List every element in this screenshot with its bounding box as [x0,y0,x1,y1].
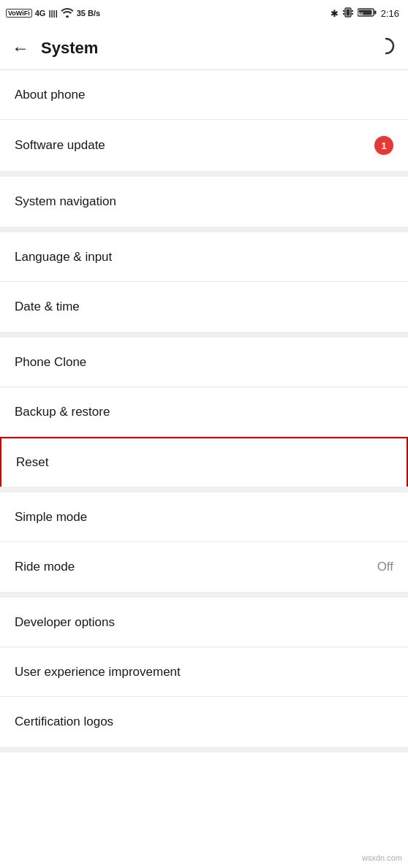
settings-item-backup-restore[interactable]: Backup & restore [0,387,408,437]
section-section-4: Phone CloneBackup & restoreReset [0,338,408,492]
status-right: ✱ 92 2:16 [330,7,399,20]
section-section-3: Language & inputDate & time [0,232,408,338]
settings-item-about-phone[interactable]: About phone [0,70,408,120]
app-bar: ← System [0,26,408,70]
settings-label-ride-mode: Ride mode [15,560,75,574]
settings-label-phone-clone: Phone Clone [15,355,86,370]
settings-item-simple-mode[interactable]: Simple mode [0,492,408,542]
settings-item-developer-options[interactable]: Developer options [0,598,408,647]
settings-label-date-time: Date & time [15,300,80,314]
settings-label-user-experience: User experience improvement [15,665,181,679]
section-section-1: About phoneSoftware update1 [0,70,408,177]
wifi-icon [61,7,74,19]
settings-item-certification-logos[interactable]: Certification logos [0,697,408,747]
svg-rect-6 [352,13,353,15]
settings-item-user-experience[interactable]: User experience improvement [0,647,408,697]
section-section-5: Simple modeRide modeOff [0,492,408,598]
svg-rect-2 [346,9,350,15]
settings-label-certification-logos: Certification logos [15,715,113,729]
settings-label-simple-mode: Simple mode [15,510,87,525]
svg-rect-8 [374,10,376,14]
settings-item-reset[interactable]: Reset [0,437,408,487]
back-button[interactable]: ← [12,38,29,58]
settings-item-ride-mode[interactable]: Ride modeOff [0,542,408,592]
settings-item-phone-clone[interactable]: Phone Clone [0,338,408,387]
search-button[interactable] [376,36,396,61]
settings-value-ride-mode: Off [377,560,393,574]
settings-label-backup-restore: Backup & restore [15,405,110,419]
status-bar: VoWiFi 4G |||| 35 B/s ✱ [0,0,408,26]
settings-list: About phoneSoftware update1System naviga… [0,70,408,753]
section-section-2: System navigation [0,177,408,232]
network-speed: 35 B/s [77,9,100,18]
signal-strength: 4G [35,9,46,18]
svg-text:92: 92 [358,11,363,15]
status-left: VoWiFi 4G |||| 35 B/s [6,7,100,19]
settings-label-software-update: Software update [15,138,105,153]
settings-item-system-navigation[interactable]: System navigation [0,177,408,226]
settings-item-date-time[interactable]: Date & time [0,282,408,332]
badge-software-update: 1 [374,136,393,155]
svg-rect-3 [343,10,344,12]
settings-label-language-input: Language & input [15,250,112,264]
time-display: 2:16 [381,8,399,19]
settings-label-about-phone: About phone [15,88,85,102]
app-bar-left: ← System [12,38,98,58]
vowifi-indicator: VoWiFi [6,9,32,18]
bluetooth-icon: ✱ [330,8,339,19]
vibrate-icon [343,7,353,20]
battery-level: 92 [358,7,377,20]
watermark: wsxdn.com [362,853,402,862]
settings-item-language-input[interactable]: Language & input [0,232,408,282]
settings-label-system-navigation: System navigation [15,194,116,209]
page-title: System [41,39,98,58]
svg-rect-4 [343,13,344,15]
signal-bars: |||| [48,9,57,18]
svg-rect-5 [352,10,353,12]
svg-point-0 [66,15,69,18]
settings-label-reset: Reset [16,455,48,470]
section-section-6: Developer optionsUser experience improve… [0,598,408,753]
settings-item-software-update[interactable]: Software update1 [0,120,408,171]
settings-label-developer-options: Developer options [15,615,115,630]
